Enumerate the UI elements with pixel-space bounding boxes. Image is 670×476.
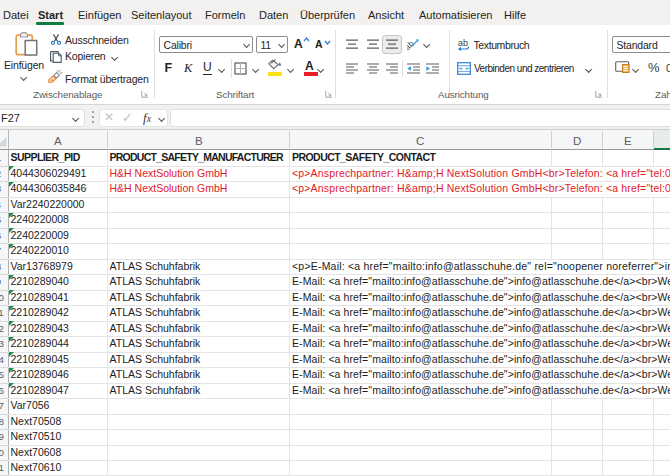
svg-text:ab: ab [458, 38, 468, 48]
